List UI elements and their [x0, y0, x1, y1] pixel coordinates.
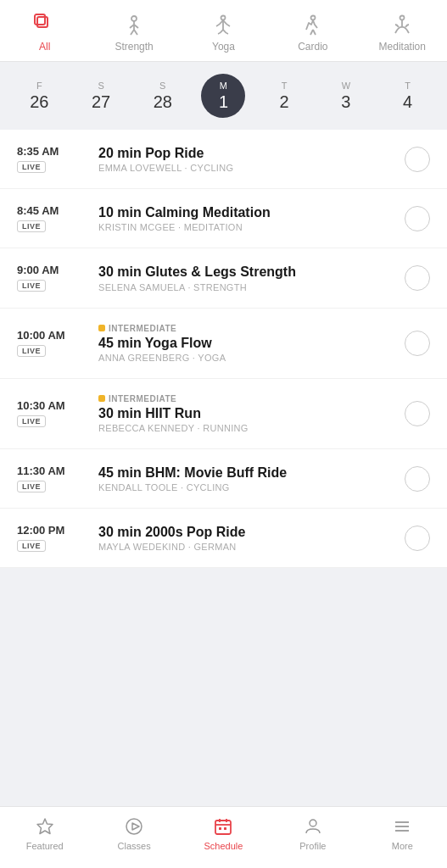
select-circle-1[interactable] [405, 206, 430, 231]
nav-label-cardio: Cardio [298, 41, 327, 53]
live-badge-0: LIVE [17, 161, 46, 173]
time-text-5: 11:30 AM [17, 465, 65, 477]
date-item-6[interactable]: T 4 [385, 81, 431, 112]
class-title-4: 30 min HIIT Run [98, 405, 391, 421]
schedule-item-2[interactable]: 9:00 AM LIVE 30 min Glutes & Legs Streng… [0, 248, 447, 308]
bottom-nav-classes[interactable]: Classes [104, 815, 164, 851]
select-circle-0[interactable] [405, 147, 430, 172]
nav-item-cardio[interactable]: Cardio [283, 12, 343, 53]
class-info-1: 10 min Calming Meditation KRISTIN MCGEE … [98, 204, 391, 232]
date-item-3[interactable]: M 1 [201, 74, 245, 118]
bottom-nav-schedule[interactable]: Schedule [193, 815, 253, 851]
date-item-4[interactable]: T 2 [261, 81, 307, 112]
date-day-3: M [220, 81, 227, 91]
select-circle-3[interactable] [405, 331, 430, 356]
time-block-2: 9:00 AM LIVE [17, 264, 85, 292]
class-title-3: 45 min Yoga Flow [98, 335, 391, 351]
bottom-nav-featured[interactable]: Featured [15, 815, 75, 851]
svg-rect-21 [224, 827, 226, 830]
date-num-1: 27 [92, 92, 110, 112]
class-title-5: 45 min BHM: Movie Buff Ride [98, 465, 391, 481]
play-icon [123, 815, 145, 837]
nav-label-yoga: Yoga [212, 41, 235, 53]
select-circle-4[interactable] [405, 401, 430, 426]
class-info-5: 45 min BHM: Movie Buff Ride KENDALL TOOL… [98, 465, 391, 492]
bottom-label-more: More [392, 841, 413, 851]
nav-item-strength[interactable]: Strength [104, 12, 164, 53]
nav-item-meditation[interactable]: Meditation [372, 12, 432, 53]
select-circle-6[interactable] [405, 526, 430, 551]
date-day-4: T [282, 81, 288, 91]
live-badge-3: LIVE [17, 345, 46, 357]
schedule-item-6[interactable]: 12:00 PM LIVE 30 min 2000s Pop Ride MAYL… [0, 509, 447, 568]
live-badge-6: LIVE [17, 540, 46, 552]
date-num-5: 3 [341, 92, 350, 112]
date-day-0: F [36, 81, 42, 91]
level-dot-3 [98, 325, 105, 331]
class-info-4: INTERMEDIATE 30 min HIIT Run REBECCA KEN… [98, 394, 391, 433]
svg-rect-16 [215, 821, 231, 834]
schedule-item-0[interactable]: 8:35 AM LIVE 20 min Pop Ride EMMA LOVEWE… [0, 130, 447, 189]
nav-item-yoga[interactable]: Yoga [193, 12, 253, 53]
date-num-3: 1 [219, 92, 228, 112]
person-icon [302, 815, 324, 837]
date-num-6: 4 [403, 92, 412, 112]
select-circle-5[interactable] [405, 466, 430, 492]
class-info-3: INTERMEDIATE 45 min Yoga Flow ANNA GREEN… [98, 324, 391, 363]
schedule-item-4[interactable]: 10:30 AM LIVE INTERMEDIATE 30 min HIIT R… [0, 379, 447, 449]
bottom-nav-more[interactable]: More [372, 815, 432, 851]
time-text-1: 8:45 AM [17, 204, 59, 217]
bottom-label-profile: Profile [299, 841, 326, 851]
nav-item-all[interactable]: All [15, 12, 75, 53]
date-item-0[interactable]: F 26 [16, 81, 62, 112]
schedule-item-3[interactable]: 10:00 AM LIVE INTERMEDIATE 45 min Yoga F… [0, 309, 447, 379]
time-text-6: 12:00 PM [17, 524, 64, 537]
calendar-icon [212, 815, 234, 837]
live-badge-5: LIVE [17, 481, 46, 492]
nav-label-meditation: Meditation [379, 41, 426, 53]
time-block-4: 10:30 AM LIVE [17, 399, 85, 427]
category-nav: All Strength Yoga [0, 0, 447, 62]
date-item-1[interactable]: S 27 [78, 81, 124, 112]
class-meta-6: MAYLA WEDEKIND · GERMAN [98, 542, 391, 552]
schedule-item-5[interactable]: 11:30 AM LIVE 45 min BHM: Movie Buff Rid… [0, 449, 447, 509]
svg-point-8 [221, 16, 226, 20]
date-num-0: 26 [30, 92, 48, 112]
svg-marker-15 [132, 823, 139, 830]
class-meta-4: REBECCA KENNEDY · RUNNING [98, 423, 391, 433]
svg-rect-0 [35, 14, 45, 25]
bottom-label-featured: Featured [26, 841, 64, 851]
time-block-1: 8:45 AM LIVE [17, 204, 85, 232]
class-title-6: 30 min 2000s Pop Ride [98, 524, 391, 540]
class-info-6: 30 min 2000s Pop Ride MAYLA WEDEKIND · G… [98, 524, 391, 552]
svg-marker-13 [37, 819, 53, 834]
time-block-5: 11:30 AM LIVE [17, 465, 85, 492]
select-circle-2[interactable] [405, 265, 430, 291]
class-level-3: INTERMEDIATE [98, 324, 391, 333]
time-text-4: 10:30 AM [17, 399, 65, 412]
svg-point-2 [131, 16, 137, 21]
class-title-2: 30 min Glutes & Legs Strength [98, 264, 391, 280]
date-day-5: W [342, 81, 350, 91]
class-title-1: 10 min Calming Meditation [98, 204, 391, 220]
nav-label-all: All [39, 41, 50, 53]
strength-icon [121, 12, 147, 37]
svg-point-12 [400, 16, 405, 20]
date-item-5[interactable]: W 3 [323, 81, 369, 112]
live-badge-2: LIVE [17, 280, 46, 292]
cardio-icon [300, 12, 326, 37]
date-day-1: S [98, 81, 103, 91]
date-item-2[interactable]: S 28 [140, 81, 186, 112]
time-text-0: 8:35 AM [17, 145, 59, 158]
svg-rect-20 [219, 827, 221, 830]
svg-line-11 [313, 30, 316, 35]
class-title-0: 20 min Pop Ride [98, 145, 391, 161]
date-num-4: 2 [280, 92, 289, 112]
class-info-0: 20 min Pop Ride EMMA LOVEWELL · CYCLING [98, 145, 391, 173]
schedule-item-1[interactable]: 8:45 AM LIVE 10 min Calming Meditation K… [0, 189, 447, 248]
svg-point-9 [310, 16, 315, 20]
svg-line-7 [134, 30, 137, 35]
bottom-nav-profile[interactable]: Profile [283, 815, 343, 851]
class-meta-0: EMMA LOVEWELL · CYCLING [98, 163, 391, 173]
date-selector: F 26 S 27 S 28 M 1 T 2 W 3 T 4 [0, 62, 447, 130]
